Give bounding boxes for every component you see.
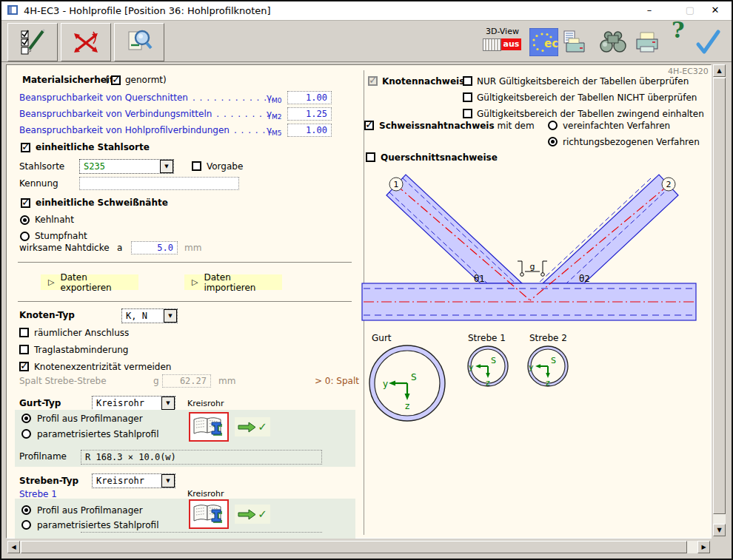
confirm-button[interactable] bbox=[694, 28, 721, 58]
print-list-button[interactable] bbox=[562, 30, 589, 58]
richtungsbezogen-radio[interactable] bbox=[548, 137, 558, 146]
nahtdicke-field[interactable]: 5.0 bbox=[131, 241, 178, 254]
axis-y-label: y bbox=[529, 362, 534, 372]
kn-option3-checkbox[interactable] bbox=[463, 109, 472, 118]
schweissnaehte-checkbox[interactable] bbox=[21, 198, 30, 208]
ec-standard-button[interactable]: ec bbox=[529, 28, 558, 58]
scroll-right-button[interactable]: ▶ bbox=[697, 541, 710, 553]
joint-diagram: 1 2 θ1 θ2 g bbox=[361, 170, 697, 329]
gurt-profilmanager-button[interactable] bbox=[189, 412, 229, 442]
genormt-checkbox[interactable] bbox=[111, 75, 121, 85]
schweissnahtnachweis-checkbox[interactable] bbox=[364, 121, 374, 130]
gamma-m2-field[interactable]: 1.25 bbox=[287, 107, 332, 121]
separator bbox=[18, 301, 352, 302]
strebe-parametrisch-label: parametrisiertes Stahlprofil bbox=[37, 521, 159, 530]
system-options-button[interactable] bbox=[61, 23, 111, 61]
kennung-field[interactable] bbox=[79, 177, 239, 190]
streben-typ-heading: Streben-Typ bbox=[19, 476, 78, 486]
close-button[interactable]: ✕ bbox=[706, 4, 724, 17]
traglast-checkbox[interactable] bbox=[19, 345, 29, 354]
print-button[interactable] bbox=[635, 30, 660, 56]
strebe-profilmanager-radio[interactable] bbox=[21, 505, 31, 515]
knoten-typ-dropdown[interactable]: K, N ▼ bbox=[121, 308, 178, 323]
streben-typ-dropdown[interactable]: Kreisrohr ▼ bbox=[92, 473, 175, 488]
vertical-scrollbar-thumb[interactable] bbox=[713, 78, 726, 514]
vorgabe-label: Vorgabe bbox=[207, 162, 243, 172]
kehlnaht-radio[interactable] bbox=[20, 215, 30, 225]
gurt-profilmanager-label: Profil aus Profilmanager bbox=[37, 414, 143, 424]
strebe-parametrisch-radio[interactable] bbox=[21, 520, 31, 530]
spalt-unit: mm bbox=[218, 377, 235, 386]
minimize-button[interactable]: – bbox=[640, 4, 658, 17]
axis-s-label: S bbox=[551, 356, 556, 365]
preview-button[interactable] bbox=[114, 23, 164, 61]
kn-option1-checkbox[interactable] bbox=[463, 76, 472, 86]
vorgabe-checkbox[interactable] bbox=[192, 161, 201, 171]
vereinfacht-radio[interactable] bbox=[548, 121, 558, 130]
scroll-down-button[interactable]: ▼ bbox=[713, 524, 726, 536]
kennung-label: Kennung bbox=[19, 179, 58, 189]
stahlsorte-dropdown[interactable]: S235 ▼ bbox=[79, 159, 174, 174]
chevron-down-icon[interactable]: ▼ bbox=[161, 474, 175, 488]
material-heading: Materialsicherheit bbox=[22, 75, 114, 85]
window-title: 4H-EC3 - Hohlprofile [Position 36: Hohlp… bbox=[24, 5, 271, 16]
profile-book-icon bbox=[192, 502, 226, 526]
gurt-typ-dropdown[interactable]: Kreisrohr ▼ bbox=[92, 396, 175, 411]
strebe-apply-box[interactable]: ✓ bbox=[235, 505, 270, 524]
profilname-field[interactable]: R 168.3 × 10.0(w) bbox=[81, 450, 322, 465]
stahlsorte-heading: einheitliche Stahlsorte bbox=[36, 143, 150, 152]
help-button[interactable]: ? bbox=[672, 25, 685, 35]
theta2-label: θ2 bbox=[579, 274, 590, 284]
maximize-button[interactable]: ▢ bbox=[681, 4, 699, 17]
axis-y-label: y bbox=[469, 362, 474, 372]
chevron-down-icon[interactable]: ▼ bbox=[164, 309, 177, 323]
knoten-typ-value: K, N bbox=[122, 309, 164, 323]
chevron-down-icon[interactable]: ▼ bbox=[160, 160, 173, 173]
stahlsorte-checkbox[interactable] bbox=[21, 143, 30, 152]
member-1-number: 1 bbox=[394, 180, 399, 189]
search-button[interactable] bbox=[598, 30, 628, 55]
axis-s-label: S bbox=[491, 356, 496, 365]
chevron-down-icon[interactable]: ▼ bbox=[161, 397, 175, 410]
richtungsbezogen-label: richtungsbezogenen Verfahren bbox=[563, 138, 700, 147]
streben-typ-value: Kreisrohr bbox=[93, 474, 161, 488]
confirm-check-icon bbox=[694, 28, 721, 56]
traglast-label: Traglastabminderung bbox=[34, 345, 128, 355]
scroll-up-button[interactable]: ▲ bbox=[713, 64, 726, 77]
stahlsorte-label: Stahlsorte bbox=[19, 162, 64, 172]
export-button[interactable]: ▷ Daten exportieren bbox=[41, 274, 138, 290]
gamma-m5-field[interactable]: 1.00 bbox=[287, 124, 332, 137]
axis-z-label: z bbox=[405, 401, 409, 411]
gurt-parametrisch-label: parametrisiertes Stahlprofil bbox=[37, 430, 159, 439]
gurt-profilmanager-radio[interactable] bbox=[21, 414, 31, 423]
printer-icon bbox=[635, 30, 660, 54]
raeumlich-checkbox[interactable] bbox=[19, 328, 29, 337]
querschnittsnachweise-heading: Querschnittsnachweise bbox=[381, 153, 498, 163]
strebe-profilmanager-button[interactable] bbox=[189, 499, 229, 529]
gurt-typ-value: Kreisrohr bbox=[93, 397, 161, 410]
stumpfnaht-radio[interactable] bbox=[20, 232, 30, 241]
gurt-apply-box[interactable]: ✓ bbox=[235, 417, 270, 436]
input-check-button[interactable] bbox=[7, 23, 58, 61]
kn-option2-checkbox[interactable] bbox=[463, 92, 472, 102]
schweissnaehte-heading: einheitliche Schweißnähte bbox=[36, 198, 168, 208]
genormt-label: genormt) bbox=[125, 75, 167, 85]
profile-book-icon bbox=[192, 415, 226, 439]
threed-toggle[interactable] bbox=[483, 38, 501, 51]
document-magnifier-icon bbox=[124, 27, 154, 57]
module-code-label: 4H-EC320 bbox=[668, 67, 709, 76]
gamma-m2-symbol: γM2 bbox=[267, 109, 282, 122]
gurt-parametrisch-radio[interactable] bbox=[21, 429, 31, 439]
scroll-left-button[interactable]: ◀ bbox=[7, 541, 20, 553]
axis-z-label: z bbox=[486, 378, 490, 388]
querschnittsnachweise-checkbox[interactable] bbox=[366, 152, 375, 162]
import-button[interactable]: ▷ Daten importieren bbox=[184, 274, 282, 290]
exzentrizitaet-checkbox[interactable] bbox=[19, 362, 29, 371]
app-window: 4H-EC3 - Hohlprofile [Position 36: Hohlp… bbox=[0, 0, 733, 560]
green-arrow-icon bbox=[238, 507, 257, 521]
gamma-m0-field[interactable]: 1.00 bbox=[287, 91, 332, 104]
horizontal-scrollbar-thumb[interactable] bbox=[21, 541, 687, 553]
svg-text:ec: ec bbox=[544, 37, 558, 50]
threed-view-label: 3D-View bbox=[486, 27, 519, 36]
gamma-m0-symbol: γM0 bbox=[267, 93, 282, 106]
